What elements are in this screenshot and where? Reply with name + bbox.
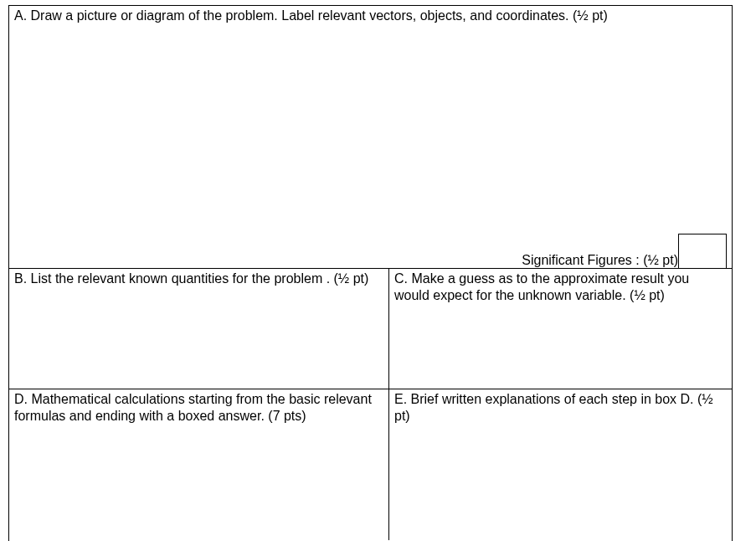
section-a-prompt: A. Draw a picture or diagram of the prob… xyxy=(14,8,727,24)
section-a-cell: A. Draw a picture or diagram of the prob… xyxy=(9,6,732,269)
worksheet-container: A. Draw a picture or diagram of the prob… xyxy=(0,0,756,541)
sigfig-label: Significant Figures : (½ pt) xyxy=(522,253,678,269)
row-de: D. Mathematical calculations starting fr… xyxy=(9,389,732,540)
row-bc: B. List the relevant known quantities fo… xyxy=(9,269,732,389)
section-b-cell: B. List the relevant known quantities fo… xyxy=(9,269,389,389)
sigfig-answer-box[interactable] xyxy=(678,234,727,269)
section-b-prompt: B. List the relevant known quantities fo… xyxy=(14,270,383,287)
sigfig-container: Significant Figures : (½ pt) xyxy=(522,234,727,269)
section-e-cell: E. Brief written explanations of each st… xyxy=(389,389,732,540)
section-c-cell: C. Make a guess as to the approximate re… xyxy=(389,269,732,389)
section-d-prompt: D. Mathematical calculations starting fr… xyxy=(14,391,383,425)
worksheet-grid: A. Draw a picture or diagram of the prob… xyxy=(8,5,733,541)
section-c-prompt: C. Make a guess as to the approximate re… xyxy=(394,270,727,304)
section-e-prompt: E. Brief written explanations of each st… xyxy=(394,391,727,425)
section-d-cell: D. Mathematical calculations starting fr… xyxy=(9,389,389,540)
